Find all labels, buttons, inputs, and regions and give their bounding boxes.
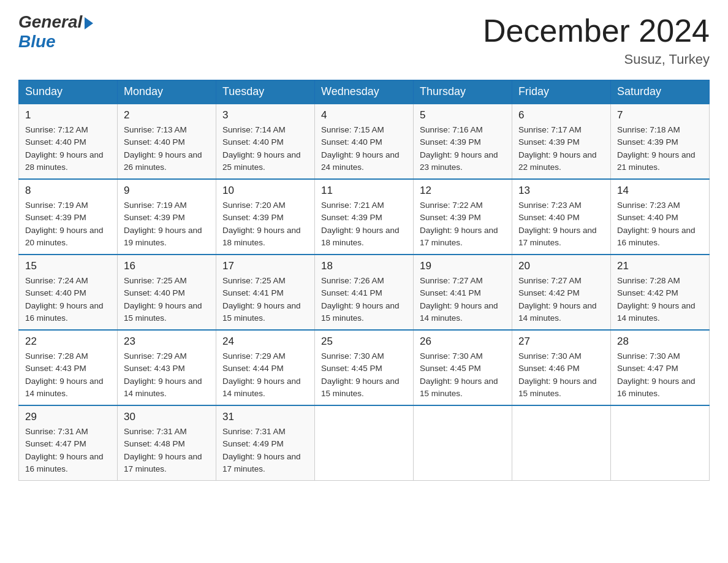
day-number: 11 (321, 185, 407, 197)
day-number: 28 (617, 335, 703, 348)
calendar-cell: 3 Sunrise: 7:14 AM Sunset: 4:40 PM Dayli… (216, 104, 315, 179)
day-number: 25 (321, 335, 407, 348)
page-header: General Blue December 2024 Susuz, Turkey (18, 12, 710, 67)
calendar-cell: 10 Sunrise: 7:20 AM Sunset: 4:39 PM Dayl… (216, 179, 315, 255)
calendar-cell (315, 405, 414, 481)
calendar-cell: 17 Sunrise: 7:25 AM Sunset: 4:41 PM Dayl… (216, 255, 315, 330)
day-info: Sunrise: 7:27 AM Sunset: 4:41 PM Dayligh… (420, 275, 506, 324)
day-info: Sunrise: 7:13 AM Sunset: 4:40 PM Dayligh… (124, 124, 210, 174)
day-info: Sunrise: 7:20 AM Sunset: 4:39 PM Dayligh… (222, 199, 308, 249)
day-info: Sunrise: 7:29 AM Sunset: 4:43 PM Dayligh… (124, 350, 210, 400)
day-number: 17 (222, 260, 308, 272)
day-info: Sunrise: 7:30 AM Sunset: 4:45 PM Dayligh… (420, 350, 506, 400)
day-number: 21 (617, 260, 703, 272)
calendar-cell: 31 Sunrise: 7:31 AM Sunset: 4:49 PM Dayl… (216, 405, 315, 481)
calendar-cell: 16 Sunrise: 7:25 AM Sunset: 4:40 PM Dayl… (118, 255, 216, 330)
day-number: 22 (25, 335, 111, 348)
calendar-cell (512, 405, 611, 481)
calendar-header-row: SundayMondayTuesdayWednesdayThursdayFrid… (19, 80, 710, 104)
day-number: 7 (617, 109, 703, 121)
month-title: December 2024 (483, 12, 710, 49)
day-number: 31 (222, 411, 308, 423)
calendar-cell: 2 Sunrise: 7:13 AM Sunset: 4:40 PM Dayli… (118, 104, 216, 179)
day-of-week-header: Thursday (414, 80, 512, 104)
calendar-cell: 25 Sunrise: 7:30 AM Sunset: 4:45 PM Dayl… (315, 330, 414, 405)
calendar-cell: 22 Sunrise: 7:28 AM Sunset: 4:43 PM Dayl… (19, 330, 118, 405)
day-number: 5 (420, 109, 506, 121)
day-number: 13 (518, 185, 604, 197)
calendar-week-row: 15 Sunrise: 7:24 AM Sunset: 4:40 PM Dayl… (19, 255, 710, 330)
day-info: Sunrise: 7:18 AM Sunset: 4:39 PM Dayligh… (617, 124, 703, 174)
calendar-cell: 26 Sunrise: 7:30 AM Sunset: 4:45 PM Dayl… (414, 330, 512, 405)
day-info: Sunrise: 7:15 AM Sunset: 4:40 PM Dayligh… (321, 124, 407, 174)
day-number: 16 (124, 260, 210, 272)
day-info: Sunrise: 7:29 AM Sunset: 4:44 PM Dayligh… (222, 350, 308, 400)
day-number: 1 (25, 109, 111, 121)
calendar-cell: 28 Sunrise: 7:30 AM Sunset: 4:47 PM Dayl… (611, 330, 710, 405)
calendar-cell: 9 Sunrise: 7:19 AM Sunset: 4:39 PM Dayli… (118, 179, 216, 255)
day-number: 15 (25, 260, 111, 272)
day-info: Sunrise: 7:31 AM Sunset: 4:47 PM Dayligh… (25, 426, 111, 475)
day-number: 4 (321, 109, 407, 121)
day-info: Sunrise: 7:30 AM Sunset: 4:46 PM Dayligh… (518, 350, 604, 400)
day-number: 3 (222, 109, 308, 121)
day-number: 8 (25, 185, 111, 197)
calendar-cell: 19 Sunrise: 7:27 AM Sunset: 4:41 PM Dayl… (414, 255, 512, 330)
day-of-week-header: Monday (118, 80, 216, 104)
calendar-cell: 20 Sunrise: 7:27 AM Sunset: 4:42 PM Dayl… (512, 255, 611, 330)
calendar-cell: 4 Sunrise: 7:15 AM Sunset: 4:40 PM Dayli… (315, 104, 414, 179)
day-info: Sunrise: 7:26 AM Sunset: 4:41 PM Dayligh… (321, 275, 407, 324)
day-of-week-header: Wednesday (315, 80, 414, 104)
calendar-cell: 23 Sunrise: 7:29 AM Sunset: 4:43 PM Dayl… (118, 330, 216, 405)
day-number: 30 (124, 411, 210, 423)
day-info: Sunrise: 7:17 AM Sunset: 4:39 PM Dayligh… (518, 124, 604, 174)
calendar-cell: 11 Sunrise: 7:21 AM Sunset: 4:39 PM Dayl… (315, 179, 414, 255)
day-info: Sunrise: 7:27 AM Sunset: 4:42 PM Dayligh… (518, 275, 604, 324)
calendar-cell: 29 Sunrise: 7:31 AM Sunset: 4:47 PM Dayl… (19, 405, 118, 481)
day-of-week-header: Saturday (611, 80, 710, 104)
day-info: Sunrise: 7:31 AM Sunset: 4:49 PM Dayligh… (222, 426, 308, 475)
day-of-week-header: Friday (512, 80, 611, 104)
day-info: Sunrise: 7:19 AM Sunset: 4:39 PM Dayligh… (124, 199, 210, 249)
day-number: 6 (518, 109, 604, 121)
day-info: Sunrise: 7:25 AM Sunset: 4:41 PM Dayligh… (222, 275, 308, 324)
calendar-week-row: 8 Sunrise: 7:19 AM Sunset: 4:39 PM Dayli… (19, 179, 710, 255)
day-info: Sunrise: 7:23 AM Sunset: 4:40 PM Dayligh… (617, 199, 703, 249)
logo-arrow-icon (85, 17, 93, 29)
day-info: Sunrise: 7:23 AM Sunset: 4:40 PM Dayligh… (518, 199, 604, 249)
day-number: 23 (124, 335, 210, 348)
day-info: Sunrise: 7:16 AM Sunset: 4:39 PM Dayligh… (420, 124, 506, 174)
calendar-week-row: 29 Sunrise: 7:31 AM Sunset: 4:47 PM Dayl… (19, 405, 710, 481)
calendar-cell: 24 Sunrise: 7:29 AM Sunset: 4:44 PM Dayl… (216, 330, 315, 405)
calendar-cell: 15 Sunrise: 7:24 AM Sunset: 4:40 PM Dayl… (19, 255, 118, 330)
day-info: Sunrise: 7:28 AM Sunset: 4:43 PM Dayligh… (25, 350, 111, 400)
title-area: December 2024 Susuz, Turkey (483, 12, 710, 67)
day-number: 14 (617, 185, 703, 197)
day-number: 27 (518, 335, 604, 348)
day-info: Sunrise: 7:31 AM Sunset: 4:48 PM Dayligh… (124, 426, 210, 475)
logo-general-text: General (18, 12, 82, 32)
day-number: 12 (420, 185, 506, 197)
calendar-cell (414, 405, 512, 481)
calendar-cell (611, 405, 710, 481)
day-number: 20 (518, 260, 604, 272)
day-info: Sunrise: 7:21 AM Sunset: 4:39 PM Dayligh… (321, 199, 407, 249)
calendar-table: SundayMondayTuesdayWednesdayThursdayFrid… (18, 80, 710, 481)
day-info: Sunrise: 7:30 AM Sunset: 4:47 PM Dayligh… (617, 350, 703, 400)
calendar-week-row: 1 Sunrise: 7:12 AM Sunset: 4:40 PM Dayli… (19, 104, 710, 179)
day-info: Sunrise: 7:24 AM Sunset: 4:40 PM Dayligh… (25, 275, 111, 324)
day-number: 10 (222, 185, 308, 197)
day-number: 9 (124, 185, 210, 197)
calendar-cell: 1 Sunrise: 7:12 AM Sunset: 4:40 PM Dayli… (19, 104, 118, 179)
calendar-cell: 30 Sunrise: 7:31 AM Sunset: 4:48 PM Dayl… (118, 405, 216, 481)
logo-blue-text: Blue (18, 32, 56, 52)
day-info: Sunrise: 7:14 AM Sunset: 4:40 PM Dayligh… (222, 124, 308, 174)
day-number: 29 (25, 411, 111, 423)
day-number: 18 (321, 260, 407, 272)
day-info: Sunrise: 7:25 AM Sunset: 4:40 PM Dayligh… (124, 275, 210, 324)
day-info: Sunrise: 7:19 AM Sunset: 4:39 PM Dayligh… (25, 199, 111, 249)
calendar-cell: 18 Sunrise: 7:26 AM Sunset: 4:41 PM Dayl… (315, 255, 414, 330)
calendar-cell: 8 Sunrise: 7:19 AM Sunset: 4:39 PM Dayli… (19, 179, 118, 255)
day-of-week-header: Tuesday (216, 80, 315, 104)
day-number: 24 (222, 335, 308, 348)
